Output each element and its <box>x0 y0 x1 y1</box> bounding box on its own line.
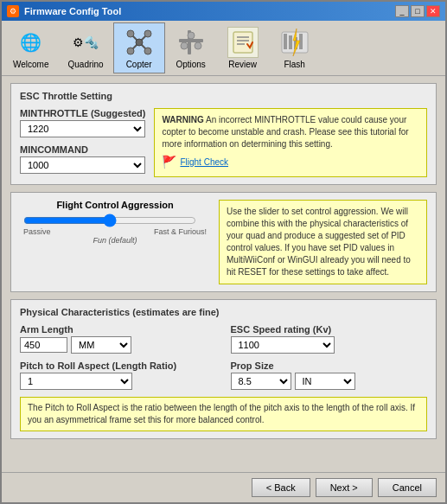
title-bar-left: ⚙ Firmware Config Tool <box>7 5 121 17</box>
toolbar-welcome[interactable]: 🌐 Welcome <box>3 22 59 73</box>
svg-point-9 <box>188 32 195 39</box>
phys-row-1: Arm Length MM IN ESC Speed rating (Kv) 1… <box>20 324 427 354</box>
svg-point-6 <box>136 39 143 46</box>
flight-check-link[interactable]: Flight Check <box>180 156 228 169</box>
phys-row-2: Pitch to Roll Aspect (Length Ratio) 1 0.… <box>20 360 427 390</box>
aggression-left-col: Flight Control Aggression Passive Fast &… <box>20 200 210 284</box>
slider-max-label: Fast & Furious! <box>154 227 207 236</box>
toolbar-review[interactable]: Review <box>217 22 269 73</box>
quadrino-icon: ⚙🔩 <box>70 27 101 58</box>
review-icon <box>227 27 259 58</box>
maximize-button[interactable]: □ <box>411 5 425 17</box>
toolbar-options-label: Options <box>176 60 205 69</box>
toolbar-flash-label: Flash <box>284 60 304 69</box>
mincommand-label: MINCOMMAND <box>20 144 145 155</box>
physical-section-title: Physical Characteristics (estimates are … <box>20 307 427 317</box>
svg-point-5 <box>144 48 151 54</box>
svg-point-10 <box>181 42 188 49</box>
arm-length-input[interactable] <box>20 337 67 353</box>
toolbar: 🌐 Welcome ⚙🔩 Quadrino <box>2 21 445 76</box>
welcome-icon: 🌐 <box>16 27 47 58</box>
mincommand-field: MINCOMMAND 1000 900 1050 1100 <box>20 144 145 174</box>
aggression-row: Flight Control Aggression Passive Fast &… <box>20 200 427 284</box>
slider-container: Passive Fast & Furious! Fun (default) <box>20 214 210 245</box>
prop-size-group: Prop Size 8.5 7 8 9 10 11 12 14 <box>231 360 428 390</box>
toolbar-copter-label: Copter <box>126 60 152 69</box>
minthrottle-label: MINTHROTTLE (Suggested) <box>20 108 145 118</box>
esc-speed-select[interactable]: 1100 800 900 1000 1200 1400 2000 <box>231 336 335 354</box>
warning-bold-text: WARNING <box>162 115 203 124</box>
window-icon: ⚙ <box>7 5 19 17</box>
pitch-roll-info: The Pitch to Roll Aspect is the ratio be… <box>20 397 427 431</box>
svg-rect-17 <box>284 34 287 49</box>
minthrottle-field: MINTHROTTLE (Suggested) 1220 1000 1100 1… <box>20 108 145 137</box>
svg-point-2 <box>127 30 134 37</box>
back-button[interactable]: < Back <box>252 478 310 497</box>
minthrottle-select[interactable]: 1220 1000 1100 1200 1300 1400 1500 <box>20 120 145 137</box>
arm-length-unit-select[interactable]: MM IN <box>71 336 131 354</box>
main-content: ESC Throttle Setting MINTHROTTLE (Sugges… <box>2 76 445 472</box>
minimize-button[interactable]: _ <box>395 5 409 17</box>
copter-icon <box>124 27 155 58</box>
window-title: Firmware Config Tool <box>24 6 121 16</box>
prop-size-select[interactable]: 8.5 7 8 9 10 11 12 14 <box>231 373 291 390</box>
physical-section: Physical Characteristics (estimates are … <box>10 299 437 439</box>
slider-track <box>23 214 207 227</box>
toolbar-flash[interactable]: Flash <box>269 22 321 73</box>
mincommand-select[interactable]: 1000 900 1050 1100 <box>20 156 145 174</box>
esc-speed-label: ESC Speed rating (Kv) <box>231 324 428 335</box>
aggression-slider[interactable] <box>23 214 196 227</box>
toolbar-options[interactable]: Options <box>165 22 217 73</box>
esc-section-title: ESC Throttle Setting <box>20 91 427 101</box>
prop-size-input-group: 8.5 7 8 9 10 11 12 14 IN MM <box>231 373 428 390</box>
arm-length-input-group: MM IN <box>20 336 217 354</box>
pitch-roll-group: Pitch to Roll Aspect (Length Ratio) 1 0.… <box>20 360 217 390</box>
slider-min-label: Passive <box>23 227 51 236</box>
toolbar-copter[interactable]: Copter <box>113 22 165 73</box>
close-button[interactable]: ✕ <box>426 5 440 17</box>
flash-icon <box>279 27 310 58</box>
toolbar-quadrino[interactable]: ⚙🔩 Quadrino <box>59 22 113 73</box>
svg-rect-8 <box>179 39 203 42</box>
prop-unit-select[interactable]: IN MM <box>295 373 355 390</box>
esc-section: ESC Throttle Setting MINTHROTTLE (Sugges… <box>10 83 437 185</box>
window-controls: _ □ ✕ <box>395 5 440 17</box>
svg-point-4 <box>127 48 134 54</box>
toolbar-quadrino-label: Quadrino <box>68 60 104 69</box>
esc-speed-group: ESC Speed rating (Kv) 1100 800 900 1000 … <box>231 324 428 354</box>
svg-point-3 <box>144 30 151 37</box>
pitch-roll-label: Pitch to Roll Aspect (Length Ratio) <box>20 360 217 371</box>
pitch-roll-select[interactable]: 1 0.5 1.5 2 <box>20 373 132 390</box>
slider-default-label: Fun (default) <box>23 236 207 245</box>
cancel-button[interactable]: Cancel <box>378 478 437 497</box>
toolbar-review-label: Review <box>228 60 257 69</box>
options-icon <box>176 27 207 58</box>
aggression-title: Flight Control Aggression <box>20 200 210 210</box>
esc-left-col: MINTHROTTLE (Suggested) 1220 1000 1100 1… <box>20 108 145 177</box>
next-button[interactable]: Next > <box>316 478 373 497</box>
aggression-section: Flight Control Aggression Passive Fast &… <box>10 192 437 292</box>
esc-warning-box: WARNING An incorrect MINTHROTTLE value c… <box>154 108 427 177</box>
slider-labels: Passive Fast & Furious! <box>23 227 207 236</box>
arm-length-group: Arm Length MM IN <box>20 324 217 354</box>
warning-footer: 🚩 Flight Check <box>162 154 419 171</box>
svg-rect-18 <box>289 35 292 49</box>
main-window: ⚙ Firmware Config Tool _ □ ✕ 🌐 Welcome ⚙… <box>0 0 447 504</box>
toolbar-welcome-label: Welcome <box>13 60 49 69</box>
title-bar: ⚙ Firmware Config Tool _ □ ✕ <box>2 2 445 21</box>
flag-icon: 🚩 <box>162 154 176 171</box>
svg-rect-12 <box>233 32 252 53</box>
esc-setting-row: MINTHROTTLE (Suggested) 1220 1000 1100 1… <box>20 108 427 177</box>
arm-length-label: Arm Length <box>20 324 217 335</box>
prop-size-label: Prop Size <box>231 360 428 371</box>
bottom-bar: < Back Next > Cancel <box>2 472 445 502</box>
svg-point-11 <box>195 42 201 49</box>
aggression-info-box: Use the slider to set control aggression… <box>219 200 427 284</box>
